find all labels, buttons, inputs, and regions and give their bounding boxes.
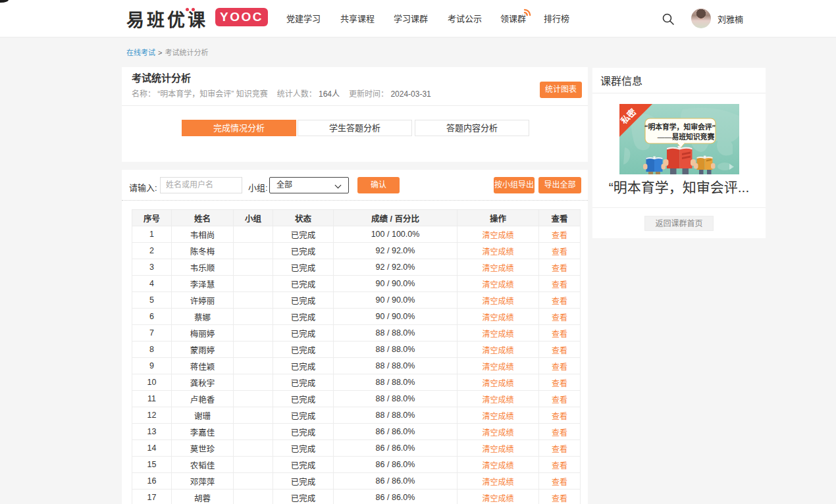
svg-text:“明本育学，知审会评”: “明本育学，知审会评” bbox=[644, 122, 716, 131]
svg-text:——易班知识竞赛: ——易班知识竞赛 bbox=[657, 132, 715, 141]
